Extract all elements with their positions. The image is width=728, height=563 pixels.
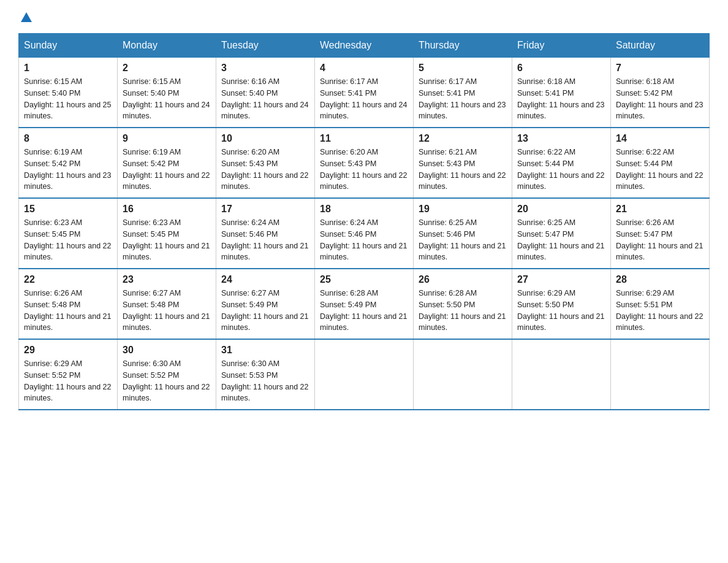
calendar-week-row: 29 Sunrise: 6:29 AMSunset: 5:52 PMDaylig… (19, 339, 710, 410)
calendar-week-row: 22 Sunrise: 6:26 AMSunset: 5:48 PMDaylig… (19, 269, 710, 339)
logo (18, 12, 33, 21)
day-info: Sunrise: 6:24 AMSunset: 5:46 PMDaylight:… (221, 217, 309, 263)
calendar-week-row: 8 Sunrise: 6:19 AMSunset: 5:42 PMDayligh… (19, 128, 710, 198)
calendar-table: SundayMondayTuesdayWednesdayThursdayFrid… (18, 33, 710, 410)
calendar-cell: 9 Sunrise: 6:19 AMSunset: 5:42 PMDayligh… (118, 128, 216, 198)
weekday-header-thursday: Thursday (414, 34, 512, 58)
day-number: 22 (24, 274, 112, 285)
calendar-cell: 22 Sunrise: 6:26 AMSunset: 5:48 PMDaylig… (19, 269, 118, 339)
day-number: 15 (24, 204, 112, 215)
day-number: 3 (221, 63, 309, 74)
day-info: Sunrise: 6:18 AMSunset: 5:41 PMDaylight:… (517, 76, 605, 122)
day-number: 28 (616, 274, 704, 285)
day-number: 12 (419, 133, 507, 144)
day-number: 16 (123, 204, 211, 215)
day-info: Sunrise: 6:17 AMSunset: 5:41 PMDaylight:… (320, 76, 408, 122)
day-info: Sunrise: 6:25 AMSunset: 5:46 PMDaylight:… (419, 217, 507, 263)
calendar-cell (315, 339, 414, 410)
weekday-header-friday: Friday (512, 34, 611, 58)
calendar-cell: 15 Sunrise: 6:23 AMSunset: 5:45 PMDaylig… (19, 198, 118, 269)
calendar-cell: 8 Sunrise: 6:19 AMSunset: 5:42 PMDayligh… (19, 128, 118, 198)
day-info: Sunrise: 6:22 AMSunset: 5:44 PMDaylight:… (517, 147, 605, 193)
day-info: Sunrise: 6:16 AMSunset: 5:40 PMDaylight:… (221, 76, 309, 122)
calendar-cell: 31 Sunrise: 6:30 AMSunset: 5:53 PMDaylig… (216, 339, 315, 410)
day-number: 1 (24, 63, 112, 74)
calendar-cell: 30 Sunrise: 6:30 AMSunset: 5:52 PMDaylig… (118, 339, 216, 410)
calendar-cell: 5 Sunrise: 6:17 AMSunset: 5:41 PMDayligh… (414, 58, 512, 128)
weekday-header-wednesday: Wednesday (315, 34, 414, 58)
day-info: Sunrise: 6:23 AMSunset: 5:45 PMDaylight:… (24, 217, 112, 263)
day-info: Sunrise: 6:29 AMSunset: 5:51 PMDaylight:… (616, 288, 704, 334)
calendar-cell: 16 Sunrise: 6:23 AMSunset: 5:45 PMDaylig… (118, 198, 216, 269)
day-info: Sunrise: 6:20 AMSunset: 5:43 PMDaylight:… (221, 147, 309, 193)
calendar-cell: 24 Sunrise: 6:27 AMSunset: 5:49 PMDaylig… (216, 269, 315, 339)
page-header (18, 12, 710, 21)
day-info: Sunrise: 6:15 AMSunset: 5:40 PMDaylight:… (24, 76, 112, 122)
calendar-week-row: 1 Sunrise: 6:15 AMSunset: 5:40 PMDayligh… (19, 58, 710, 128)
day-info: Sunrise: 6:19 AMSunset: 5:42 PMDaylight:… (24, 147, 112, 193)
day-number: 4 (320, 63, 408, 74)
calendar-cell (414, 339, 512, 410)
day-number: 17 (221, 204, 309, 215)
day-number: 2 (123, 63, 211, 74)
day-info: Sunrise: 6:24 AMSunset: 5:46 PMDaylight:… (320, 217, 408, 263)
day-info: Sunrise: 6:17 AMSunset: 5:41 PMDaylight:… (419, 76, 507, 122)
calendar-cell: 17 Sunrise: 6:24 AMSunset: 5:46 PMDaylig… (216, 198, 315, 269)
logo-triangle-icon (20, 11, 33, 25)
calendar-week-row: 15 Sunrise: 6:23 AMSunset: 5:45 PMDaylig… (19, 198, 710, 269)
day-info: Sunrise: 6:28 AMSunset: 5:49 PMDaylight:… (320, 288, 408, 334)
day-info: Sunrise: 6:26 AMSunset: 5:48 PMDaylight:… (24, 288, 112, 334)
day-number: 31 (221, 345, 309, 356)
weekday-header-monday: Monday (118, 34, 216, 58)
calendar-cell: 21 Sunrise: 6:26 AMSunset: 5:47 PMDaylig… (611, 198, 710, 269)
weekday-header-row: SundayMondayTuesdayWednesdayThursdayFrid… (19, 34, 710, 58)
day-info: Sunrise: 6:19 AMSunset: 5:42 PMDaylight:… (123, 147, 211, 193)
day-number: 27 (517, 274, 605, 285)
calendar-cell: 3 Sunrise: 6:16 AMSunset: 5:40 PMDayligh… (216, 58, 315, 128)
calendar-cell: 14 Sunrise: 6:22 AMSunset: 5:44 PMDaylig… (611, 128, 710, 198)
day-number: 30 (123, 345, 211, 356)
calendar-cell: 18 Sunrise: 6:24 AMSunset: 5:46 PMDaylig… (315, 198, 414, 269)
calendar-cell: 4 Sunrise: 6:17 AMSunset: 5:41 PMDayligh… (315, 58, 414, 128)
calendar-cell: 11 Sunrise: 6:20 AMSunset: 5:43 PMDaylig… (315, 128, 414, 198)
day-number: 8 (24, 133, 112, 144)
calendar-cell: 20 Sunrise: 6:25 AMSunset: 5:47 PMDaylig… (512, 198, 611, 269)
day-number: 21 (616, 204, 704, 215)
weekday-header-tuesday: Tuesday (216, 34, 315, 58)
calendar-cell: 12 Sunrise: 6:21 AMSunset: 5:43 PMDaylig… (414, 128, 512, 198)
calendar-cell (512, 339, 611, 410)
calendar-cell: 26 Sunrise: 6:28 AMSunset: 5:50 PMDaylig… (414, 269, 512, 339)
day-info: Sunrise: 6:28 AMSunset: 5:50 PMDaylight:… (419, 288, 507, 334)
day-info: Sunrise: 6:23 AMSunset: 5:45 PMDaylight:… (123, 217, 211, 263)
calendar-cell: 2 Sunrise: 6:15 AMSunset: 5:40 PMDayligh… (118, 58, 216, 128)
day-number: 20 (517, 204, 605, 215)
day-number: 5 (419, 63, 507, 74)
calendar-cell: 27 Sunrise: 6:29 AMSunset: 5:50 PMDaylig… (512, 269, 611, 339)
day-info: Sunrise: 6:18 AMSunset: 5:42 PMDaylight:… (616, 76, 704, 122)
day-number: 14 (616, 133, 704, 144)
day-info: Sunrise: 6:15 AMSunset: 5:40 PMDaylight:… (123, 76, 211, 122)
day-info: Sunrise: 6:30 AMSunset: 5:52 PMDaylight:… (123, 358, 211, 404)
day-number: 10 (221, 133, 309, 144)
calendar-cell: 1 Sunrise: 6:15 AMSunset: 5:40 PMDayligh… (19, 58, 118, 128)
calendar-cell: 10 Sunrise: 6:20 AMSunset: 5:43 PMDaylig… (216, 128, 315, 198)
calendar-cell (611, 339, 710, 410)
day-info: Sunrise: 6:27 AMSunset: 5:48 PMDaylight:… (123, 288, 211, 334)
day-number: 26 (419, 274, 507, 285)
day-number: 7 (616, 63, 704, 74)
day-info: Sunrise: 6:29 AMSunset: 5:52 PMDaylight:… (24, 358, 112, 404)
day-info: Sunrise: 6:22 AMSunset: 5:44 PMDaylight:… (616, 147, 704, 193)
calendar-cell: 19 Sunrise: 6:25 AMSunset: 5:46 PMDaylig… (414, 198, 512, 269)
day-number: 18 (320, 204, 408, 215)
day-number: 19 (419, 204, 507, 215)
calendar-cell: 6 Sunrise: 6:18 AMSunset: 5:41 PMDayligh… (512, 58, 611, 128)
svg-marker-0 (21, 12, 32, 22)
day-number: 29 (24, 345, 112, 356)
day-number: 24 (221, 274, 309, 285)
day-number: 23 (123, 274, 211, 285)
calendar-cell: 28 Sunrise: 6:29 AMSunset: 5:51 PMDaylig… (611, 269, 710, 339)
calendar-cell: 7 Sunrise: 6:18 AMSunset: 5:42 PMDayligh… (611, 58, 710, 128)
calendar-cell: 13 Sunrise: 6:22 AMSunset: 5:44 PMDaylig… (512, 128, 611, 198)
day-info: Sunrise: 6:27 AMSunset: 5:49 PMDaylight:… (221, 288, 309, 334)
day-number: 11 (320, 133, 408, 144)
